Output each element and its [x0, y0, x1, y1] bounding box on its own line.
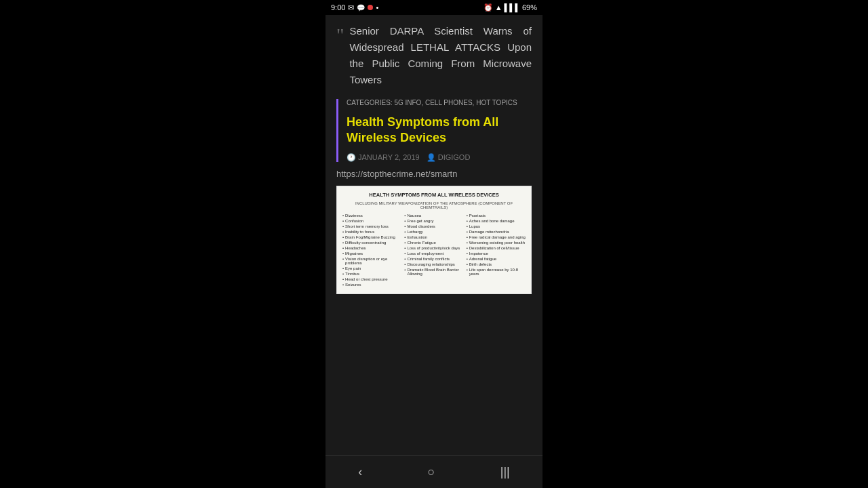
image-subtitle: INCLUDING MILITARY WEAPONIZATION OF THE … [342, 201, 526, 209]
symptom-adrenal: •Adrenal fatigue [467, 257, 526, 261]
image-title: HEALTH SYMPTOMS FROM ALL WIRELESS DEVICE… [342, 192, 526, 199]
article-section: CATEGORIES: 5G INFO, CELL PHONES, HOT TO… [336, 99, 532, 162]
symptom-pressure: •Head or chest pressure [342, 277, 401, 281]
symptom-exhaustion: •Exhaustion [404, 235, 463, 239]
meta-date: 🕐 JANUARY 2, 2019 [347, 153, 420, 162]
article-url[interactable]: https://stopthecrime.net/smartn [336, 169, 532, 179]
symptom-lifespan: •Life span decrease by 10-8 years [467, 268, 526, 276]
status-bar: 9:00 ✉ 💬 • ⏰ ▲ ▌▌▌ 69% [326, 0, 542, 15]
quote-text: Senior DARPA Scientist Warns of Widespre… [349, 23, 532, 88]
symptom-focus: •Inability to focus [342, 230, 401, 234]
symptom-fatigue: •Chronic Fatigue [404, 241, 463, 245]
recent-button[interactable]: ||| [487, 460, 524, 485]
symptom-birth: •Birth defects [467, 262, 526, 266]
symptom-angry: •Free get angry [404, 219, 463, 223]
symptom-lethargy: •Lethargy [404, 230, 463, 234]
person-icon: 👤 [427, 153, 436, 162]
content-area[interactable]: " Senior DARPA Scientist Warns of Widesp… [326, 15, 542, 455]
symptom-psoriasis: •Psoriasis [467, 214, 526, 218]
bottom-nav: ‹ ○ ||| [326, 455, 542, 488]
symptom-blood-brain: •Dramatic Blood Brain Barrier Allowing [404, 268, 463, 276]
symptom-conflicts: •Criminal family conflicts [404, 257, 463, 261]
image-columns: •Dizziness •Confusion •Short term memory… [342, 214, 526, 288]
symptom-bone: •Aches and bone damage [467, 219, 526, 223]
symptom-confusion: •Confusion [342, 219, 401, 223]
symptom-eye-pain: •Eye pain [342, 266, 401, 270]
symptom-brain-fog: •Brain Fog/Migraine Buzzing [342, 235, 401, 239]
symptom-headaches: •Headaches [342, 246, 401, 250]
symptom-memory: •Short term memory loss [342, 224, 401, 228]
battery-display: 69% [522, 3, 537, 12]
signal-icon: ▌▌▌ [505, 3, 520, 12]
message-icon: 💬 [357, 4, 365, 12]
symptom-vision: •Vision disruption or eye problems [342, 257, 401, 265]
alarm-icon: ⏰ [484, 3, 493, 12]
symptom-cell: •Destabilization of cell/tissue [467, 246, 526, 250]
categories-items: 5G INFO, CELL PHONES, HOT TOPICS [394, 99, 517, 106]
article-title[interactable]: Health Symptoms from All Wireless Device… [347, 115, 532, 146]
symptom-employment: •Loss of employment [404, 251, 463, 256]
status-right: ⏰ ▲ ▌▌▌ 69% [484, 3, 537, 12]
author-text: DIGIGOD [438, 153, 471, 161]
symptom-tinnitus: •Tinnitus [342, 272, 401, 276]
symptom-mitochondria: •Damage mitochondria [467, 230, 526, 234]
symptom-health: •Worsening existing poor health [467, 241, 526, 245]
clock-icon: 🕐 [347, 153, 356, 162]
symptom-impotence: •Impotence [467, 251, 526, 256]
date-text: JANUARY 2, 2019 [358, 153, 420, 161]
mail-icon: ✉ [348, 3, 354, 12]
image-col-3: •Psoriasis •Aches and bone damage •Lupus… [467, 214, 526, 288]
meta-info: 🕐 JANUARY 2, 2019 👤 DIGIGOD [347, 153, 532, 162]
symptom-concentrating: •Difficulty concentrating [342, 241, 401, 245]
symptom-seizures: •Seizures [342, 283, 401, 287]
home-button[interactable]: ○ [414, 460, 449, 485]
back-button[interactable]: ‹ [344, 460, 376, 485]
status-left: 9:00 ✉ 💬 • [331, 3, 378, 12]
image-col-2: •Nausea •Free get angry •Mood disorders … [404, 214, 463, 288]
symptom-nausea: •Nausea [404, 214, 463, 218]
categories-label: CATEGORIES: [347, 99, 393, 106]
wifi-icon: ▲ [495, 3, 502, 12]
phone-screen: 9:00 ✉ 💬 • ⏰ ▲ ▌▌▌ 69% " Senior DARPA Sc… [326, 0, 542, 488]
dot-icon: • [376, 3, 378, 12]
symptom-migraines: •Migraines [342, 251, 401, 256]
meta-author: 👤 DIGIGOD [427, 153, 471, 162]
symptom-dizziness: •Dizziness [342, 214, 401, 218]
categories-line: CATEGORIES: 5G INFO, CELL PHONES, HOT TO… [347, 99, 532, 106]
article-image: HEALTH SYMPTOMS FROM ALL WIRELESS DEVICE… [336, 186, 532, 295]
symptom-lupus: •Lupus [467, 224, 526, 228]
quote-mark-icon: " [336, 26, 344, 88]
symptom-relationships: •Discouraging relationships [404, 262, 463, 266]
symptom-radical: •Free radical damage and aging [467, 235, 526, 239]
record-icon [368, 5, 373, 10]
image-col-1: •Dizziness •Confusion •Short term memory… [342, 214, 401, 288]
time-display: 9:00 [331, 3, 345, 12]
symptom-productivity: •Loss of productivity/sick days [404, 246, 463, 250]
symptom-mood: •Mood disorders [404, 224, 463, 228]
quote-block: " Senior DARPA Scientist Warns of Widesp… [336, 23, 532, 88]
